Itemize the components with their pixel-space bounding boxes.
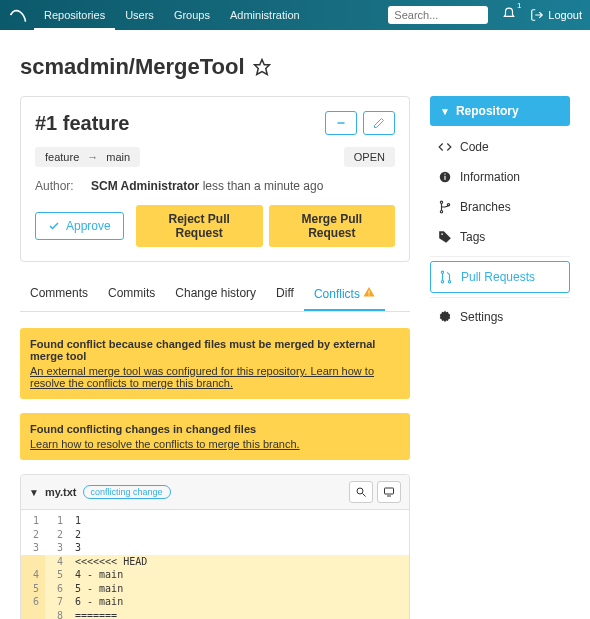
svg-point-12 — [440, 211, 442, 213]
diff-line: 565 - main — [21, 582, 409, 596]
diff-line: 333 — [21, 541, 409, 555]
diff-line: 111 — [21, 514, 409, 528]
merge-button[interactable]: Merge Pull Request — [269, 205, 395, 247]
nav-administration[interactable]: Administration — [220, 0, 310, 30]
svg-point-4 — [357, 488, 363, 494]
diff-view: 1112223334<<<<<<< HEAD454 - main565 - ma… — [21, 510, 409, 619]
target-branch: main — [106, 151, 130, 163]
reject-button[interactable]: Reject Pull Request — [136, 205, 263, 247]
notice-title: Found conflict because changed files mus… — [30, 338, 400, 362]
pr-title: #1 feature — [35, 112, 130, 135]
collapse-button[interactable] — [325, 111, 357, 135]
page-title: scmadmin/MergeTool — [20, 54, 570, 80]
file-block: ▼ my.txt conflicting change 1112223334<<… — [20, 474, 410, 619]
diff-line: 454 - main — [21, 568, 409, 582]
info-icon — [438, 170, 452, 184]
logout-label: Logout — [548, 9, 582, 21]
svg-rect-9 — [444, 176, 445, 180]
sidebar-header[interactable]: ▼ Repository — [430, 96, 570, 126]
approve-button[interactable]: Approve — [35, 212, 124, 240]
topbar: Repositories Users Groups Administration… — [0, 0, 590, 30]
branch-icon — [438, 200, 452, 214]
nav-repositories[interactable]: Repositories — [34, 0, 115, 30]
search-input[interactable] — [388, 6, 488, 24]
conflict-pill: conflicting change — [83, 485, 171, 499]
sidebar-item-tags[interactable]: Tags — [430, 222, 570, 252]
sidebar-item-code[interactable]: Code — [430, 132, 570, 162]
tabs: Comments Commits Change history Diff Con… — [20, 278, 410, 312]
view-button[interactable] — [377, 481, 401, 503]
file-name: my.txt — [45, 486, 77, 498]
svg-rect-3 — [369, 295, 370, 296]
conflict-notice: Found conflicting changes in changed fil… — [20, 413, 410, 460]
diff-line: 676 - main — [21, 595, 409, 609]
edit-button[interactable] — [363, 111, 395, 135]
logo — [8, 5, 28, 25]
tab-conflicts[interactable]: Conflicts — [304, 278, 385, 311]
chevron-down-icon[interactable]: ▼ — [29, 487, 39, 498]
sidebar-item-pull-requests[interactable]: Pull Requests — [430, 261, 570, 293]
sidebar-item-settings[interactable]: Settings — [430, 302, 570, 332]
repo-title: scmadmin/MergeTool — [20, 54, 245, 80]
notif-count: 1 — [517, 1, 521, 10]
nav-users[interactable]: Users — [115, 0, 164, 30]
nav: Repositories Users Groups Administration — [34, 0, 310, 30]
svg-marker-0 — [254, 60, 269, 75]
source-branch: feature — [45, 151, 79, 163]
notice-link[interactable]: An external merge tool was configured fo… — [30, 365, 374, 389]
gear-icon — [438, 310, 452, 324]
svg-rect-2 — [369, 291, 370, 294]
svg-rect-10 — [444, 174, 445, 175]
svg-point-15 — [441, 271, 443, 273]
diff-line: 8======= — [21, 609, 409, 620]
notifications-button[interactable]: 1 — [502, 7, 516, 23]
pull-request-icon — [439, 270, 453, 284]
svg-point-14 — [441, 233, 443, 235]
logout-icon — [530, 8, 544, 22]
author-line: Author: SCM Administrator less than a mi… — [35, 179, 395, 193]
conflict-notice: Found conflict because changed files mus… — [20, 328, 410, 399]
tab-comments[interactable]: Comments — [20, 278, 98, 311]
branch-pill: feature → main — [35, 147, 140, 167]
code-icon — [438, 140, 452, 154]
tab-commits[interactable]: Commits — [98, 278, 165, 311]
warning-icon — [363, 286, 375, 298]
magnify-icon — [355, 486, 367, 498]
tag-icon — [438, 230, 452, 244]
author-name: SCM Administrator — [91, 179, 199, 193]
svg-point-11 — [440, 201, 442, 203]
bell-icon — [502, 7, 516, 21]
diff-line: 222 — [21, 528, 409, 542]
sidebar-header-label: Repository — [456, 104, 519, 118]
svg-point-17 — [448, 281, 450, 283]
sidebar: ▼ Repository Code Information Branches T… — [430, 96, 570, 619]
pr-panel: #1 feature feature → main OPEN Author: — [20, 96, 410, 262]
author-time: less than a minute ago — [203, 179, 324, 193]
zoom-button[interactable] — [349, 481, 373, 503]
author-label: Author: — [35, 179, 74, 193]
svg-rect-6 — [385, 488, 394, 494]
tab-change-history[interactable]: Change history — [165, 278, 266, 311]
svg-point-16 — [441, 281, 443, 283]
pr-status: OPEN — [344, 147, 395, 167]
minus-icon — [335, 117, 347, 129]
notice-title: Found conflicting changes in changed fil… — [30, 423, 400, 435]
arrow-right-icon: → — [87, 151, 98, 163]
sidebar-item-branches[interactable]: Branches — [430, 192, 570, 222]
edit-icon — [373, 117, 385, 129]
star-icon[interactable] — [253, 58, 271, 76]
approve-label: Approve — [66, 219, 111, 233]
tab-diff[interactable]: Diff — [266, 278, 304, 311]
chevron-down-icon: ▼ — [440, 106, 450, 117]
logout-button[interactable]: Logout — [530, 8, 582, 22]
notice-link[interactable]: Learn how to resolve the conflicts to me… — [30, 438, 300, 450]
diff-line: 4<<<<<<< HEAD — [21, 555, 409, 569]
check-icon — [48, 220, 60, 232]
display-icon — [383, 486, 395, 498]
nav-groups[interactable]: Groups — [164, 0, 220, 30]
svg-line-5 — [363, 494, 366, 497]
file-header: ▼ my.txt conflicting change — [21, 475, 409, 510]
sidebar-item-information[interactable]: Information — [430, 162, 570, 192]
